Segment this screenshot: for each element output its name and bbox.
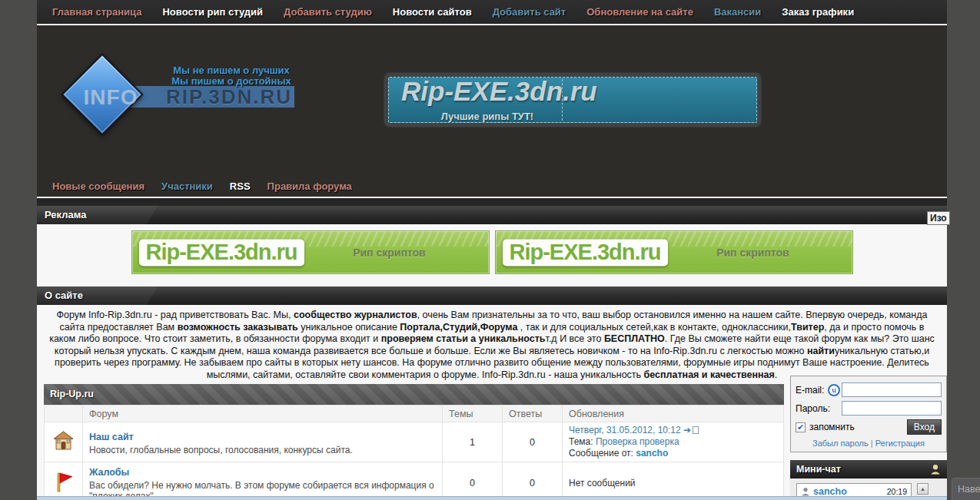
forum-section-title: Rip-Up.ru — [50, 389, 94, 399]
forum-description: Новости, глобальные вопросы, голосования… — [89, 445, 436, 455]
ad-banner-right[interactable]: Rip-EXE.3dn.ru Рип скриптов — [495, 230, 853, 274]
col-forum: Форум — [83, 406, 443, 422]
ad-banner-left-subtitle: Рип скриптов — [353, 247, 426, 259]
forum-cell: Наш сайт Новости, глобальные вопросы, го… — [83, 422, 443, 462]
nav-item-site-news[interactable]: Новости сайтов — [393, 6, 472, 18]
replies-count: 0 — [503, 462, 563, 500]
chat-author-link[interactable]: sancho — [813, 486, 847, 497]
scroll-up-icon[interactable]: ▲ — [917, 483, 929, 495]
col-icon — [45, 406, 83, 422]
forum-table: Форум Темы Ответы Обновления — [44, 405, 784, 500]
tooltip-bottom-right: Наве — [952, 478, 980, 500]
bottom-panel-edge — [37, 496, 947, 500]
nav-item-add-site[interactable]: Добавить сайт — [493, 6, 566, 18]
col-topics: Темы — [443, 406, 503, 422]
chat-person-icon — [930, 464, 941, 475]
red-flag-icon — [45, 462, 83, 500]
topics-count: 1 — [443, 422, 503, 462]
tooltip-top-right: Изо — [927, 211, 950, 225]
last-post-date-link[interactable]: Четверг, 31.05.2012, 10:12 — [569, 425, 681, 435]
tagline-line-2: Мы пишем о достойных — [152, 76, 311, 87]
minichat-title: Мини-чат — [796, 464, 841, 475]
subnav-item-forum-rules[interactable]: Правила форума — [267, 180, 352, 192]
chat-time: 20:19 — [887, 487, 907, 496]
header-banner[interactable]: Rip-EXE.3dn.ru Лучшие рипы ТУТ! — [384, 73, 761, 127]
forum-table-header-row: Форум Темы Ответы Обновления — [45, 406, 784, 422]
forum-link-our-site[interactable]: Наш сайт — [89, 432, 134, 442]
user-icon — [801, 487, 810, 496]
nav-item-add-studio[interactable]: Добавить студию — [284, 6, 372, 18]
ad-banners-row: Rip-EXE.3dn.ru Рип скриптов Rip-EXE.3dn.… — [37, 230, 947, 274]
ads-section-header: Реклама — [37, 206, 947, 224]
email-field[interactable] — [842, 382, 942, 397]
topic-label: Тема: — [569, 436, 596, 447]
nav-item-home[interactable]: Главная страница — [52, 6, 141, 18]
remember-label: запомнить — [809, 422, 855, 432]
author-link[interactable]: sancho — [636, 448, 668, 459]
links-divider: | — [869, 439, 875, 448]
nav-item-rip-studio-news[interactable]: Новости рип студий — [162, 6, 263, 18]
nav-item-order-graphics[interactable]: Заказ графики — [782, 6, 854, 18]
replies-count: 0 — [503, 422, 563, 462]
forum-section-header: Rip-Up.ru — [44, 384, 784, 405]
email-label: E-mail: — [796, 385, 828, 396]
login-button[interactable]: Вход — [907, 419, 942, 435]
table-row: Наш сайт Новости, глобальные вопросы, го… — [45, 422, 784, 462]
register-link[interactable]: Регистрация — [875, 439, 925, 448]
uid-icon[interactable]: u — [828, 384, 840, 396]
forum-link-complaints[interactable]: Жалобы — [89, 467, 129, 478]
col-updates: Обновления — [563, 406, 784, 422]
remember-checkbox[interactable]: ✔ — [796, 422, 806, 432]
minichat-header: Мини-чат — [790, 460, 947, 478]
header-banner-inner: Rip-EXE.3dn.ru Лучшие рипы ТУТ! — [388, 77, 757, 123]
nav-item-site-updates[interactable]: Обновление на сайте — [586, 6, 693, 18]
header-gap-strip — [37, 198, 947, 203]
updates-cell: Четверг, 31.05.2012, 10:12 ➔ Тема: Прове… — [563, 422, 784, 462]
main-content: Реклама Rip-EXE.3dn.ru Рип скриптов Rip-… — [37, 206, 947, 500]
banner-title: Rip-EXE.3dn.ru — [401, 76, 597, 107]
logo-info-text: INFO — [80, 85, 141, 110]
tagline-line-1: Мы не пишем о лучших — [152, 65, 311, 76]
forum-panel: Rip-Up.ru Форум Темы Ответы Обновления — [44, 384, 784, 500]
about-text: Форум Info-Rip.3dn.ru - рад приветствова… — [37, 305, 947, 381]
password-label: Пароль: — [796, 403, 842, 414]
ad-banner-left-title: Rip-EXE.3dn.ru — [139, 239, 304, 266]
forgot-password-link[interactable]: Забыл пароль — [812, 439, 869, 448]
table-row: Жалобы Вас обидели? Не нужно молчать. В … — [45, 462, 784, 500]
minichat-widget: Мини-чат sancho 20 — [790, 460, 947, 500]
message-from-label: Сообщение от: — [569, 448, 636, 459]
ad-banner-left[interactable]: Rip-EXE.3dn.ru Рип скриптов — [131, 230, 490, 274]
login-box: E-mail: u Пароль: ✔ запомнить Вход Забыл… — [790, 376, 947, 452]
ads-section-title: Реклама — [45, 209, 86, 220]
top-navigation: Главная страница Новости рип студий Доба… — [37, 0, 947, 25]
right-sidebar: E-mail: u Пароль: ✔ запомнить Вход Забыл… — [790, 376, 947, 500]
site-wrapper: Главная страница Новости рип студий Доба… — [37, 0, 947, 500]
site-header: RIP.3DN.RU INFO Мы не пишем о лучших Мы … — [37, 25, 947, 198]
subnav-item-rss[interactable]: RSS — [230, 180, 251, 192]
topics-count: 0 — [443, 462, 503, 500]
about-section-header: О сайте — [37, 286, 947, 305]
banner-subtitle: Лучшие рипы ТУТ! — [434, 111, 541, 122]
col-replies: Ответы — [503, 406, 563, 422]
subnav-item-members[interactable]: Участники — [161, 180, 213, 192]
nav-item-vacancies[interactable]: Вакансии — [714, 6, 761, 18]
logo-tagline: Мы не пишем о лучших Мы пишем о достойны… — [152, 65, 311, 87]
password-field[interactable] — [842, 401, 942, 416]
about-section-title: О сайте — [45, 290, 83, 301]
goto-post-arrow-icon[interactable]: ➔ — [683, 425, 691, 435]
topic-link[interactable]: Проверка проверка — [596, 436, 679, 447]
page-icon[interactable] — [693, 426, 699, 434]
sub-navigation: Новые сообщения Участники RSS Правила фо… — [37, 175, 352, 197]
login-links: Забыл пароль | Регистрация — [796, 439, 942, 448]
subnav-item-new-messages[interactable]: Новые сообщения — [52, 180, 145, 192]
house-icon — [45, 422, 83, 462]
forum-cell: Жалобы Вас обидели? Не нужно молчать. В … — [83, 462, 443, 500]
ad-banner-right-title: Rip-EXE.3dn.ru — [503, 239, 668, 266]
updates-cell: Нет сообщений — [563, 462, 784, 500]
ad-banner-right-subtitle: Рип скриптов — [716, 247, 789, 259]
no-messages-text: Нет сообщений — [569, 478, 636, 488]
